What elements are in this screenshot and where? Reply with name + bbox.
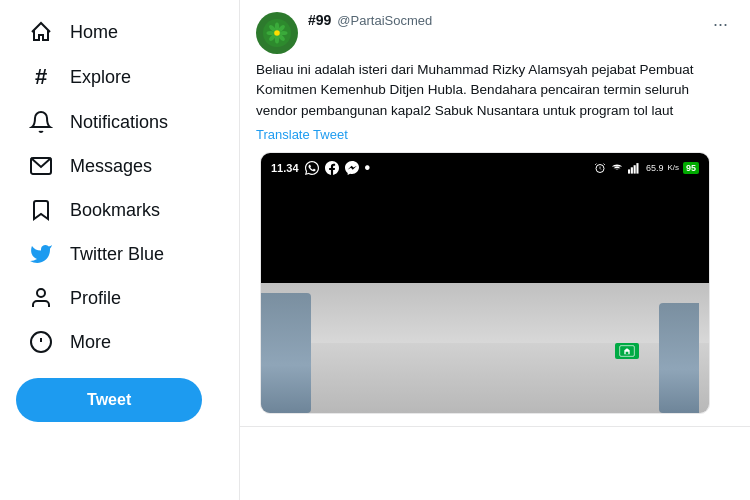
- sidebar-item-label: Notifications: [70, 112, 168, 133]
- sidebar-item-label: Explore: [70, 67, 131, 88]
- avatar: [256, 12, 298, 54]
- tweet-handle: @PartaiSocmed: [337, 13, 432, 28]
- explore-icon: #: [28, 64, 54, 90]
- svg-rect-20: [636, 163, 638, 174]
- twitter-blue-icon: [28, 242, 54, 266]
- tweet-user-info: #99 @PartaiSocmed: [308, 12, 697, 28]
- exit-sign: [615, 343, 639, 359]
- video-black-area: [261, 183, 709, 283]
- svg-rect-19: [633, 165, 635, 173]
- sidebar-item-twitter-blue[interactable]: Twitter Blue: [16, 232, 223, 276]
- phone-time: 11.34: [271, 162, 299, 174]
- sidebar-item-profile[interactable]: Profile: [16, 276, 223, 320]
- tweet-more-button[interactable]: ···: [707, 12, 734, 37]
- cabin-ceiling: [261, 283, 709, 343]
- tweet-card: #99 @PartaiSocmed ··· Beliau ini adalah …: [240, 0, 750, 427]
- cabin-image: [261, 283, 709, 413]
- home-icon: [28, 20, 54, 44]
- phone-screenshot: 11.34 •: [260, 152, 710, 414]
- sidebar-item-label: Twitter Blue: [70, 244, 164, 265]
- svg-rect-18: [631, 167, 633, 173]
- svg-rect-17: [628, 169, 630, 173]
- tweet-display-name: #99: [308, 12, 331, 28]
- tweet-body: Beliau ini adalah isteri dari Muhammad R…: [256, 60, 734, 121]
- sidebar-item-label: Messages: [70, 156, 152, 177]
- sidebar: Home # Explore Notifications Messages: [0, 0, 240, 500]
- cabin-curtain-left: [261, 293, 311, 413]
- sidebar-item-notifications[interactable]: Notifications: [16, 100, 223, 144]
- sidebar-item-label: Home: [70, 22, 118, 43]
- sidebar-item-bookmarks[interactable]: Bookmarks: [16, 188, 223, 232]
- phone-status-bar: 11.34 •: [261, 153, 709, 183]
- bell-icon: [28, 110, 54, 134]
- translate-tweet-link[interactable]: Translate Tweet: [256, 127, 734, 142]
- person-icon: [28, 286, 54, 310]
- tweet-button[interactable]: Tweet: [16, 378, 202, 422]
- sidebar-item-more[interactable]: More: [16, 320, 223, 364]
- sidebar-item-messages[interactable]: Messages: [16, 144, 223, 188]
- svg-point-15: [274, 30, 280, 36]
- speed-unit: K/s: [667, 163, 679, 172]
- status-bar-left: 11.34 •: [271, 159, 370, 177]
- signal-strength: 65.9: [646, 163, 664, 173]
- sidebar-item-label: Profile: [70, 288, 121, 309]
- battery-level: 95: [683, 162, 699, 174]
- mail-icon: [28, 154, 54, 178]
- sidebar-item-label: More: [70, 332, 111, 353]
- sidebar-item-explore[interactable]: # Explore: [16, 54, 223, 100]
- bookmark-icon: [28, 198, 54, 222]
- more-icon: [28, 330, 54, 354]
- sidebar-item-label: Bookmarks: [70, 200, 160, 221]
- status-bar-right: 65.9 K/s 95: [594, 162, 699, 174]
- cabin-curtain-right: [659, 303, 699, 413]
- svg-point-1: [37, 289, 45, 297]
- sidebar-item-home[interactable]: Home: [16, 10, 223, 54]
- tweet-header: #99 @PartaiSocmed ···: [256, 12, 734, 54]
- main-content: #99 @PartaiSocmed ··· Beliau ini adalah …: [240, 0, 750, 500]
